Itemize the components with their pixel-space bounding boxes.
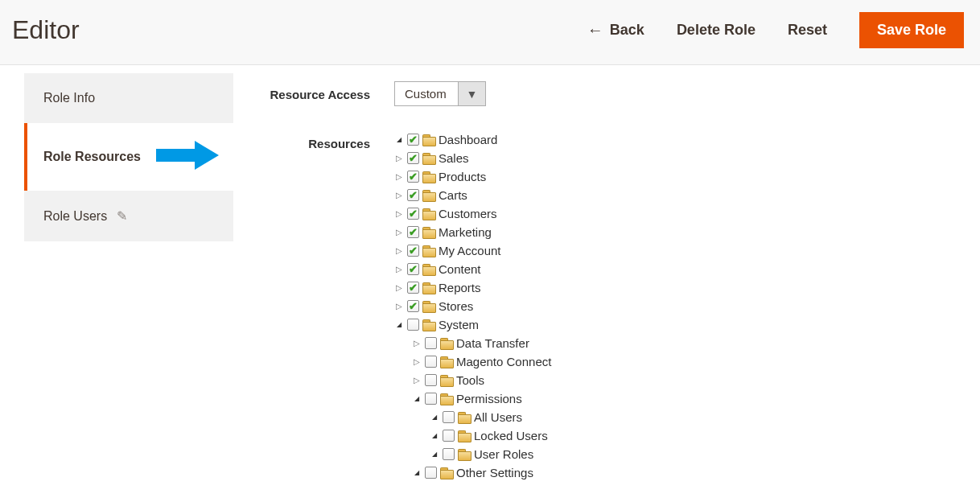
- resource-access-select[interactable]: Custom ▼: [394, 81, 486, 106]
- expander-down-icon[interactable]: ◢: [394, 136, 404, 143]
- expander-right-icon[interactable]: ▷: [394, 246, 404, 255]
- page-title: Editor: [12, 15, 587, 45]
- page-header: Editor ← Back Delete Role Reset Save Rol…: [0, 0, 980, 65]
- checkbox[interactable]: [407, 189, 419, 201]
- body-area: Role Info Role Resources Role Users ✎ Re…: [0, 65, 980, 502]
- tab-role-info[interactable]: Role Info: [24, 73, 233, 123]
- expander-right-icon[interactable]: ▷: [394, 172, 404, 181]
- expander-right-icon[interactable]: ▷: [394, 283, 404, 292]
- expander-down-icon[interactable]: ◢: [430, 414, 439, 421]
- resources-label: Resources: [266, 130, 394, 150]
- checkbox[interactable]: [407, 226, 419, 238]
- tree-node-label: All Users: [474, 410, 522, 424]
- checkbox[interactable]: [407, 152, 419, 164]
- tree-node-label: Other Settings: [456, 466, 533, 479]
- checkbox[interactable]: [407, 300, 419, 312]
- folder-icon: [458, 412, 471, 423]
- expander-down-icon[interactable]: ◢: [412, 469, 422, 476]
- checkbox[interactable]: [407, 245, 419, 257]
- checkbox[interactable]: [425, 337, 437, 349]
- folder-icon: [422, 245, 435, 257]
- tree-node-label: Customers: [439, 207, 497, 220]
- save-role-button[interactable]: Save Role: [859, 12, 964, 48]
- tree-node[interactable]: ◢Permissions: [394, 389, 551, 408]
- tab-role-users[interactable]: Role Users ✎: [24, 191, 233, 241]
- expander-right-icon[interactable]: ▷: [394, 302, 404, 311]
- expander-right-icon[interactable]: ▷: [394, 154, 404, 163]
- checkbox[interactable]: [425, 467, 437, 479]
- expander-down-icon[interactable]: ◢: [430, 451, 439, 458]
- tab-role-info-label: Role Info: [43, 91, 95, 105]
- tree-node[interactable]: ◢Other Settings: [394, 463, 551, 482]
- tree-node[interactable]: ◢All Users: [394, 408, 551, 426]
- checkbox[interactable]: [443, 411, 455, 423]
- tree-node[interactable]: ▷Reports: [394, 278, 551, 297]
- delete-role-label: Delete Role: [677, 22, 756, 39]
- tree-node[interactable]: ▷Sales: [394, 149, 551, 167]
- folder-icon: [458, 449, 471, 460]
- checkbox[interactable]: [425, 356, 437, 368]
- checkbox[interactable]: [407, 208, 419, 220]
- expander-right-icon[interactable]: ▷: [412, 376, 422, 385]
- expander-right-icon[interactable]: ▷: [412, 357, 422, 366]
- tree-node-label: Permissions: [456, 392, 522, 405]
- pencil-icon: ✎: [117, 208, 127, 224]
- expander-down-icon[interactable]: ◢: [394, 321, 404, 328]
- tree-node-label: Marketing: [439, 225, 492, 239]
- reset-button[interactable]: Reset: [788, 22, 827, 39]
- arrow-left-icon: ←: [587, 21, 603, 39]
- expander-right-icon[interactable]: ▷: [394, 228, 404, 237]
- tree-node-label: System: [439, 318, 479, 331]
- tree-node[interactable]: ◢User Roles: [394, 445, 551, 463]
- tree-node[interactable]: ▷Stores: [394, 297, 551, 315]
- folder-icon: [440, 393, 453, 405]
- tree-node[interactable]: ▷Tools: [394, 371, 551, 389]
- expander-down-icon[interactable]: ◢: [412, 395, 422, 402]
- tab-role-resources-label: Role Resources: [43, 150, 141, 164]
- folder-icon: [422, 134, 435, 146]
- checkbox[interactable]: [407, 171, 419, 183]
- tree-node-label: Carts: [439, 188, 467, 202]
- tree-node[interactable]: ▷Data Transfer: [394, 334, 551, 352]
- checkbox[interactable]: [443, 430, 455, 442]
- tree-node[interactable]: ▷Carts: [394, 186, 551, 204]
- tree-node-label: Magento Connect: [456, 355, 551, 368]
- checkbox[interactable]: [425, 374, 437, 386]
- folder-icon: [422, 208, 435, 220]
- expander-right-icon[interactable]: ▷: [394, 265, 404, 274]
- tab-role-users-label: Role Users: [43, 209, 107, 224]
- tree-node-label: My Account: [439, 244, 501, 257]
- checkbox[interactable]: [407, 319, 419, 331]
- checkbox[interactable]: [443, 448, 455, 460]
- expander-right-icon[interactable]: ▷: [394, 209, 404, 218]
- svg-marker-0: [156, 141, 219, 170]
- folder-icon: [440, 338, 453, 349]
- callout-arrow-icon: [156, 141, 219, 173]
- expander-down-icon[interactable]: ◢: [430, 432, 439, 439]
- resources-row: Resources ◢Dashboard▷Sales▷Products▷Cart…: [266, 130, 964, 482]
- tree-node-label: Content: [439, 262, 481, 276]
- tab-role-resources[interactable]: Role Resources: [24, 123, 233, 191]
- folder-icon: [440, 467, 453, 479]
- expander-right-icon[interactable]: ▷: [412, 339, 422, 348]
- back-button[interactable]: ← Back: [587, 21, 644, 39]
- tree-node[interactable]: ◢Locked Users: [394, 426, 551, 445]
- tree-node[interactable]: ◢System: [394, 315, 551, 334]
- tree-node[interactable]: ▷Content: [394, 260, 551, 278]
- tree-node[interactable]: ▷Marketing: [394, 223, 551, 241]
- tree-node[interactable]: ◢Dashboard: [394, 130, 551, 149]
- tree-node[interactable]: ▷Products: [394, 167, 551, 186]
- tree-node[interactable]: ▷My Account: [394, 241, 551, 260]
- checkbox[interactable]: [407, 282, 419, 294]
- main-panel: Resource Access Custom ▼ Resources ◢Dash…: [233, 73, 980, 502]
- checkbox[interactable]: [407, 134, 419, 146]
- checkbox[interactable]: [425, 393, 437, 405]
- chevron-down-icon[interactable]: ▼: [459, 81, 486, 106]
- delete-role-button[interactable]: Delete Role: [677, 22, 756, 39]
- checkbox[interactable]: [407, 263, 419, 275]
- expander-right-icon[interactable]: ▷: [394, 191, 404, 200]
- folder-icon: [458, 430, 471, 442]
- tree-node[interactable]: ▷Customers: [394, 204, 551, 223]
- tree-node[interactable]: ▷Magento Connect: [394, 352, 551, 371]
- resource-access-label: Resource Access: [266, 81, 394, 101]
